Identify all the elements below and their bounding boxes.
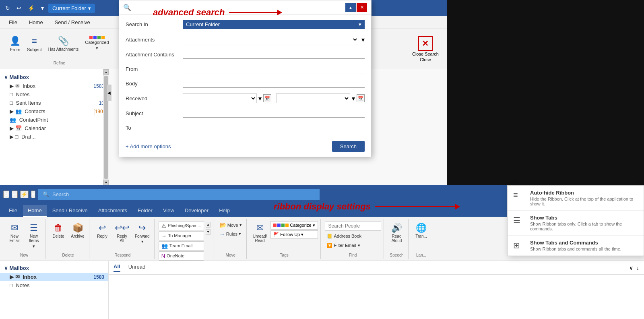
contacts-item[interactable]: ▶ 👥 Contacts [190]: [0, 107, 108, 116]
contact-print-item[interactable]: 👥 ContactPrint: [0, 116, 108, 124]
top-black-area: [447, 0, 644, 185]
search-people-input[interactable]: [325, 221, 381, 231]
from-icon: 👤: [10, 36, 21, 46]
new-items-btn[interactable]: ☰ New Items ▾: [25, 221, 43, 251]
auto-hide-ribbon-option[interactable]: ≡ Auto-hide Ribbon Hide the Ribbon. Clic…: [508, 186, 644, 211]
attachment-icon: 📎: [58, 36, 69, 46]
top-window: ↻ ↩ ⚡ ▾ Current Folder ▾ File Home Send …: [0, 0, 447, 185]
tab-all[interactable]: All: [114, 263, 120, 272]
delete-group-label: Delete: [62, 253, 74, 258]
dropdown-btn[interactable]: ▾: [39, 4, 46, 12]
rules-btn[interactable]: → Rules ▾: [217, 230, 244, 238]
attachments-select[interactable]: [183, 35, 358, 44]
search-in-dropdown[interactable]: Current Folder ▾: [183, 20, 365, 29]
reply-btn[interactable]: ↩ Reply: [93, 221, 111, 240]
from-input[interactable]: [183, 64, 365, 73]
attachment-contains-input[interactable]: [183, 50, 365, 59]
calendar-icon-1[interactable]: 📅: [263, 94, 271, 102]
sort-expand-btn[interactable]: ∨: [629, 265, 633, 271]
has-attachments-btn[interactable]: 📎 Has Attachments: [46, 34, 81, 53]
btm-notes-item[interactable]: □ Notes: [0, 281, 108, 290]
tab-unread[interactable]: Unread: [128, 264, 146, 271]
subject-input[interactable]: [183, 109, 365, 118]
notes-item[interactable]: □ Notes: [0, 90, 108, 99]
annotation-advanced-search: advanced search: [153, 7, 282, 18]
filter-email-btn[interactable]: 🔽 Filter Email ▾: [325, 242, 362, 249]
bottom-search-input[interactable]: [52, 191, 315, 197]
close-dialog-btn[interactable]: ✕: [357, 3, 367, 12]
btm-inbox-item[interactable]: ▶ ✉ Inbox 1583: [0, 273, 108, 281]
calendar-item[interactable]: ▶ 📅 Calendar: [0, 124, 108, 133]
phishing-spam-btn[interactable]: ⚠ Phishing/Spam...: [159, 221, 204, 230]
undo-btn[interactable]: ↩: [14, 4, 23, 12]
mailbox-section[interactable]: ∨ Mailbox: [0, 72, 108, 82]
calendar-icon-2[interactable]: 📅: [357, 94, 365, 102]
btm-group-speech: 🔊 Read Aloud Speech: [386, 219, 409, 259]
body-input[interactable]: [183, 79, 365, 88]
current-folder-dropdown[interactable]: Current Folder ▾: [48, 4, 95, 13]
categorized-btn[interactable]: Categorized ▾: [83, 34, 111, 52]
inbox-item[interactable]: ▶ ✉ Inbox 1583: [0, 82, 108, 90]
btm-send-receive-btn[interactable]: ⚡: [20, 191, 29, 198]
received-group-2: ▾ 📅: [276, 93, 365, 103]
move-btn[interactable]: 📂 Move ▾: [217, 221, 244, 229]
read-aloud-btn[interactable]: 🔊 Read Aloud: [388, 221, 406, 244]
address-book-btn[interactable]: 📒 Address Book: [325, 232, 363, 240]
sort-down-btn-2[interactable]: ↓: [636, 265, 639, 271]
btm-tab-file[interactable]: File: [4, 205, 22, 217]
from-btn[interactable]: 👤 From: [7, 34, 23, 54]
show-tabs-option[interactable]: ☰ Show Tabs Show Ribbon tabs only. Click…: [508, 211, 644, 236]
minimize-dialog-btn[interactable]: ▲: [345, 3, 356, 12]
search-execute-btn[interactable]: Search: [332, 141, 365, 152]
translate-btn[interactable]: 🌐 Tran...: [413, 221, 430, 240]
from-row: From: [126, 64, 365, 73]
tab-home[interactable]: Home: [24, 17, 48, 28]
qs-scroll-up[interactable]: ▲: [206, 222, 211, 228]
refine-label: Refine: [54, 61, 65, 65]
btm-tab-send-receive[interactable]: Send / Receive: [47, 205, 93, 217]
btm-tab-folder[interactable]: Folder: [133, 205, 157, 217]
send-receive-btn[interactable]: ⚡: [26, 4, 37, 12]
to-manager-btn[interactable]: → To Manager: [159, 231, 204, 240]
tab-file[interactable]: File: [4, 17, 22, 28]
reply-all-icon: ↩↩: [115, 223, 129, 233]
team-email-btn[interactable]: 👥 Team Email: [159, 241, 204, 251]
btm-tab-home[interactable]: Home: [23, 205, 47, 217]
btm-mailbox-section[interactable]: ∨ Mailbox: [0, 263, 108, 273]
delete-btn[interactable]: 🗑 Delete: [50, 221, 67, 240]
forward-btn[interactable]: ↪ Forward ▾: [133, 221, 152, 245]
add-more-options-btn[interactable]: + Add more options: [126, 142, 171, 151]
scroll-up-btn[interactable]: ▲: [103, 69, 109, 75]
received-select-2[interactable]: [276, 93, 350, 103]
btm-group-language: 🌐 Tran... Lan...: [410, 219, 433, 259]
follow-up-btn[interactable]: 🚩 Follow Up ▾: [270, 230, 318, 239]
to-row: To: [126, 123, 365, 132]
btm-tab-view[interactable]: View: [158, 205, 179, 217]
qs-scroll-down[interactable]: ▼: [206, 229, 211, 235]
btm-tab-attachments[interactable]: Attachments: [93, 205, 132, 217]
btm-dropdown-btn[interactable]: ▾: [31, 191, 35, 198]
btm-tab-developer[interactable]: Developer: [180, 205, 213, 217]
reply-all-btn[interactable]: ↩↩ Reply All: [113, 221, 131, 244]
draft-item[interactable]: ▶ □ Draf...: [0, 133, 108, 141]
received-select-1[interactable]: [183, 93, 257, 103]
btm-refresh-btn[interactable]: ↻: [3, 191, 9, 198]
btm-undo-btn[interactable]: ↩: [12, 191, 18, 198]
refresh-btn[interactable]: ↻: [3, 4, 12, 12]
unread-read-btn[interactable]: ✉ Unread/ Read: [251, 221, 269, 244]
to-label: To: [126, 125, 178, 131]
scroll-down-btn[interactable]: ▼: [103, 180, 109, 185]
show-tabs-commands-option[interactable]: ⊞ Show Tabs and Commands Show Ribbon tab…: [508, 236, 644, 256]
close-search-btn[interactable]: ✕ Close Search Close: [408, 34, 443, 64]
btm-tab-help[interactable]: Help: [214, 205, 235, 217]
new-email-btn[interactable]: ✉ New Email: [6, 221, 23, 244]
tab-send-receive[interactable]: Send / Receive: [50, 17, 95, 28]
to-input[interactable]: [183, 123, 365, 132]
advanced-search-dialog: 🔍 ▲ ✕ Search In Current Folder ▾ Attachm…: [119, 0, 372, 157]
onenote-btn[interactable]: N OneNote: [159, 251, 204, 261]
categorize-btn[interactable]: Categorize ▾: [270, 221, 318, 230]
sent-items-item[interactable]: □ Sent Items 10: [0, 99, 108, 107]
archive-btn[interactable]: 📦 Archive: [69, 221, 87, 240]
subject-btn[interactable]: ≡ Subject: [25, 34, 44, 54]
collapse-sidebar-btn[interactable]: ◀: [107, 85, 111, 101]
